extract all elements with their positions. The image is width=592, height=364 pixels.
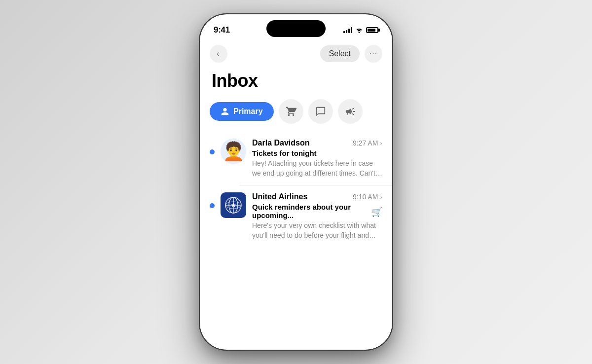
unread-indicator-1 bbox=[210, 149, 215, 154]
avatar-darla: 🧑‍🦱 bbox=[221, 139, 246, 164]
email-chevron-united: › bbox=[380, 193, 382, 201]
tab-shopping[interactable] bbox=[279, 99, 303, 124]
avatar-united bbox=[221, 192, 246, 218]
avatar-united-container bbox=[221, 192, 246, 218]
scene: 9:41 bbox=[0, 0, 592, 364]
cart-icon bbox=[286, 106, 296, 117]
nav-right: Select ··· bbox=[320, 45, 382, 63]
chat-icon bbox=[315, 106, 326, 117]
phone-frame: 9:41 bbox=[200, 14, 392, 350]
category-tabs: Primary bbox=[200, 99, 392, 132]
status-icons bbox=[343, 27, 378, 33]
email-list: 🧑‍🦱 Darla Davidson 9:27 AM › Tickets for… bbox=[200, 132, 392, 247]
email-content-united: United Airlines 9:10 AM › Quick reminder… bbox=[252, 192, 382, 240]
dynamic-island bbox=[266, 20, 326, 37]
back-chevron-icon: ‹ bbox=[217, 49, 219, 58]
tab-promotions[interactable] bbox=[338, 99, 363, 124]
email-sender-united: United Airlines bbox=[252, 192, 307, 201]
email-preview-united: Here's your very own checklist with what… bbox=[252, 221, 382, 240]
email-preview-darla: Hey! Attaching your tickets here in case… bbox=[252, 159, 382, 178]
signal-icon bbox=[343, 27, 352, 33]
more-button[interactable]: ··· bbox=[365, 45, 382, 63]
page-title: Inbox bbox=[200, 67, 392, 99]
email-chevron-darla: › bbox=[380, 139, 382, 147]
nav-bar: ‹ Select ··· bbox=[200, 41, 392, 67]
person-icon bbox=[221, 107, 229, 116]
email-subject-row-united: Quick reminders about your upcoming... 🛒 bbox=[252, 203, 382, 221]
more-icon: ··· bbox=[370, 49, 377, 58]
back-button[interactable]: ‹ bbox=[210, 45, 227, 63]
united-logo-icon bbox=[222, 193, 245, 217]
email-sender-darla: Darla Davidson bbox=[252, 139, 309, 147]
email-time-row-darla: 9:27 AM › bbox=[353, 139, 382, 147]
battery-icon bbox=[366, 27, 378, 33]
email-header-united: United Airlines 9:10 AM › bbox=[252, 192, 382, 201]
email-content-darla: Darla Davidson 9:27 AM › Tickets for ton… bbox=[252, 139, 382, 178]
email-subject-darla: Tickets for tonight bbox=[252, 149, 382, 157]
email-time-united: 9:10 AM bbox=[353, 193, 378, 201]
email-item-united[interactable]: United Airlines 9:10 AM › Quick reminder… bbox=[200, 185, 392, 247]
shop-badge-icon: 🛒 bbox=[371, 207, 382, 218]
tab-primary[interactable]: Primary bbox=[210, 102, 274, 121]
email-subject-united: Quick reminders about your upcoming... bbox=[252, 203, 371, 219]
phone-screen: 9:41 bbox=[200, 14, 392, 350]
email-time-darla: 9:27 AM bbox=[353, 139, 378, 147]
email-header-darla: Darla Davidson 9:27 AM › bbox=[252, 139, 382, 147]
tab-social[interactable] bbox=[308, 99, 333, 124]
tab-primary-label: Primary bbox=[233, 107, 263, 116]
megaphone-icon bbox=[345, 106, 356, 117]
status-time: 9:41 bbox=[214, 25, 230, 35]
unread-indicator-2 bbox=[210, 203, 215, 208]
email-time-row-united: 9:10 AM › bbox=[353, 193, 382, 201]
select-button[interactable]: Select bbox=[320, 45, 360, 62]
email-item-darla[interactable]: 🧑‍🦱 Darla Davidson 9:27 AM › Tickets for… bbox=[200, 132, 392, 185]
wifi-icon bbox=[355, 27, 363, 33]
